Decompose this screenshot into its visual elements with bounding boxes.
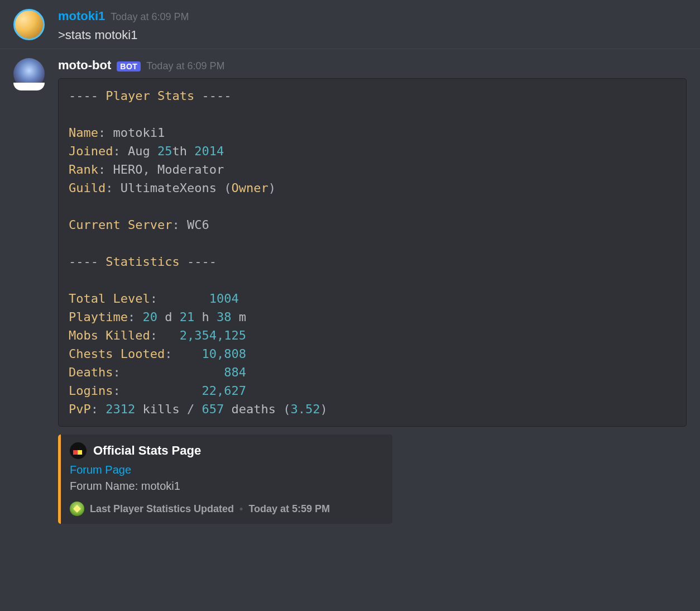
joined-label: Joined [69,144,113,158]
chests-label: Chests Looted [69,347,165,361]
total-level-label: Total Level [69,292,150,306]
message-header: motoki1 Today at 6:09 PM [58,9,687,23]
logins-value: 22,627 [202,384,246,398]
pvp-kills-word: kills [142,402,179,416]
playtime-days: 20 [142,310,157,324]
total-level-value: 1004 [209,292,239,306]
username[interactable]: moto-bot [58,58,111,73]
pvp-label: PvP [69,402,91,416]
guild-value: UltimateXeons [121,181,217,195]
embed-author-icon [70,442,87,459]
message-user: motoki1 Today at 6:09 PM >stats motoki1 [0,0,700,49]
footer-icon [70,502,84,516]
footer-separator: • [239,503,243,515]
message-header: moto-bot BOT Today at 6:09 PM [58,58,687,73]
avatar[interactable] [13,58,45,89]
name-value: motoki1 [113,126,165,140]
pvp-kills: 2312 [106,402,135,416]
message-content: >stats motoki1 [58,26,687,44]
pvp-ratio: 3.52 [290,402,320,416]
avatar[interactable] [13,9,45,40]
embed-description: Forum Name: motoki1 [70,480,382,493]
joined-month: Aug [128,144,150,158]
joined-day-suffix: th [172,144,187,158]
joined-day: 25 [157,144,172,158]
message-bot: moto-bot BOT Today at 6:09 PM ---- Playe… [0,49,700,528]
mobs-label: Mobs Killed [69,328,150,342]
embed-link[interactable]: Forum Page [70,464,382,476]
deaths-value: 884 [224,365,246,379]
server-label: Current Server [69,218,172,232]
embed-footer: Last Player Statistics Updated • Today a… [70,502,382,516]
server-value: WC6 [187,218,209,232]
playtime-label: Playtime [69,310,128,324]
guild-role: Owner [231,181,268,195]
code-block: ---- Player Stats ---- Name: motoki1 Joi… [58,78,687,427]
stats-header2: Statistics [106,255,179,269]
deaths-label: Deaths [69,365,113,379]
rank-value2: Moderator [157,163,224,176]
footer-timestamp: Today at 5:59 PM [248,503,330,515]
playtime-hours: 21 [180,310,195,324]
timestamp: Today at 6:09 PM [146,60,224,72]
bot-badge: BOT [117,61,141,71]
guild-label: Guild [69,181,106,195]
timestamp: Today at 6:09 PM [111,11,189,23]
logins-label: Logins [69,384,113,398]
playtime-minutes: 38 [217,310,232,324]
mobs-value: 2,354,125 [180,328,246,342]
pvp-deaths: 657 [202,402,224,416]
embed-card: Official Stats Page Forum Page Forum Nam… [58,435,392,524]
joined-year: 2014 [194,144,224,158]
pvp-deaths-word: deaths [231,402,275,416]
rank-label: Rank [69,163,98,176]
name-label: Name [69,126,98,140]
username[interactable]: motoki1 [58,9,105,23]
footer-label: Last Player Statistics Updated [90,503,234,515]
stats-header: Player Stats [106,89,194,103]
chests-value: 10,808 [202,347,246,361]
embed-title[interactable]: Official Stats Page [93,443,201,458]
rank-value: HERO [113,163,142,176]
